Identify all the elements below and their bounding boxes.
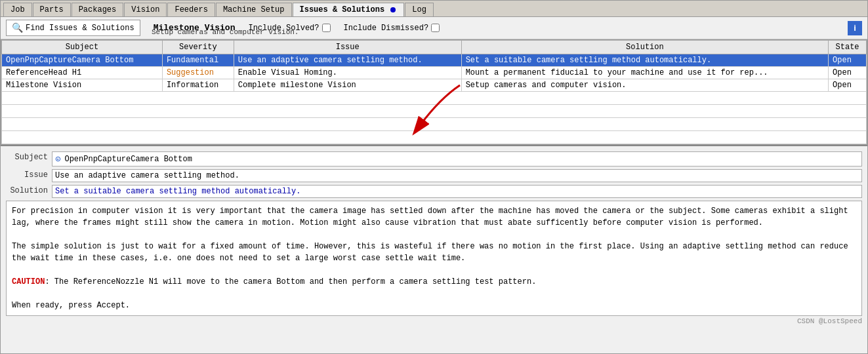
issues-table: Subject Severity Issue Solution State Op…: [1, 40, 867, 144]
issue-field: Use an adaptive camera settling method.: [52, 169, 862, 182]
find-issues-button[interactable]: 🔍 Find Issues & Solutions: [6, 20, 140, 36]
solution-field: Set a suitable camera settling method au…: [52, 185, 862, 198]
desc-ready: When ready, press Accept.: [12, 300, 856, 311]
info-button[interactable]: i: [848, 21, 862, 35]
cell-severity: Suggestion: [162, 67, 234, 79]
tab-packages[interactable]: Packages: [72, 3, 124, 16]
tab-job[interactable]: Job: [3, 3, 32, 16]
table-row-empty: [2, 118, 867, 131]
subject-label: Subject: [6, 151, 52, 162]
cell-state: Open: [829, 54, 867, 67]
col-solution: Solution: [461, 41, 828, 54]
issues-table-wrapper: Subject Severity Issue Solution State Op…: [1, 39, 867, 145]
col-subject: Subject: [2, 41, 163, 54]
search-icon: 🔍: [12, 22, 23, 33]
cell-severity: Fundamental: [162, 54, 234, 67]
issues-table-section: Subject Severity Issue Solution State Op…: [1, 39, 867, 145]
tab-vision[interactable]: Vision: [124, 3, 167, 16]
tab-bar: Job Parts Packages Vision Feeders Machin…: [1, 1, 867, 17]
watermark: CSDN @LostSpeed: [1, 316, 867, 326]
table-row-empty: [2, 131, 867, 144]
issue-label: Issue: [6, 169, 52, 180]
tab-machine-setup[interactable]: Machine Setup: [216, 3, 292, 16]
table-row-empty: [2, 92, 867, 105]
tab-parts[interactable]: Parts: [33, 3, 71, 16]
cell-solution: Set a suitable camera settling method au…: [461, 54, 828, 67]
cell-issue: Use an adaptive camera settling method.: [234, 54, 461, 67]
cell-issue: Complete milestone Vision: [234, 79, 461, 92]
col-issue: Issue: [234, 41, 461, 54]
cell-state: Open: [829, 79, 867, 92]
detail-description: For precision in computer vision it is v…: [6, 201, 862, 316]
cell-solution: Mount a permanent fiducial to your machi…: [461, 67, 828, 79]
col-state: State: [829, 41, 867, 54]
table-row-empty: [2, 105, 867, 118]
table-row[interactable]: Milestone Vision Information Complete mi…: [2, 79, 867, 92]
camera-icon: ⊙: [55, 153, 60, 165]
cell-severity: Information: [162, 79, 234, 92]
milestone-description: Setup cameras and computer vision.: [152, 28, 299, 36]
include-solved-checkbox[interactable]: [322, 24, 331, 32]
desc-para2: The simple solution is just to wait for …: [12, 241, 856, 264]
table-row[interactable]: ReferenceHead H1 Suggestion Enable Visua…: [2, 67, 867, 79]
include-dismissed-checkbox[interactable]: [431, 24, 440, 32]
detail-subject-row: Subject ⊙ OpenPnpCaptureCamera Bottom: [1, 151, 867, 167]
solution-label: Solution: [6, 185, 52, 195]
toolbar: 🔍 Find Issues & Solutions Milestone Visi…: [1, 17, 867, 39]
cell-state: Open: [829, 67, 867, 79]
table-row[interactable]: OpenPnpCaptureCamera Bottom Fundamental …: [2, 54, 867, 67]
subject-field: ⊙ OpenPnpCaptureCamera Bottom: [52, 151, 862, 167]
detail-issue-row: Issue Use an adaptive camera settling me…: [1, 169, 867, 182]
cell-subject: ReferenceHead H1: [2, 67, 163, 79]
cell-issue: Enable Visual Homing.: [234, 67, 461, 79]
tab-dot-icon: [390, 7, 396, 12]
cell-subject: OpenPnpCaptureCamera Bottom: [2, 54, 163, 67]
detail-solution-row: Solution Set a suitable camera settling …: [1, 185, 867, 198]
include-dismissed-group: Include Dismissed?: [344, 24, 440, 33]
cell-subject: Milestone Vision: [2, 79, 163, 92]
desc-para1: For precision in computer vision it is v…: [12, 205, 856, 229]
tab-issues-solutions[interactable]: Issues & Solutions: [293, 3, 405, 16]
tab-log[interactable]: Log: [405, 3, 434, 16]
detail-section: Subject ⊙ OpenPnpCaptureCamera Bottom Is…: [1, 145, 867, 326]
caution-label: CAUTION: [12, 277, 45, 286]
col-severity: Severity: [162, 41, 234, 54]
cell-solution: Setup cameras and computer vision.: [461, 79, 828, 92]
desc-caution: CAUTION: The ReferenceNozzle N1 will mov…: [12, 276, 856, 288]
tab-feeders[interactable]: Feeders: [167, 3, 215, 16]
table-header-row: Subject Severity Issue Solution State: [2, 41, 867, 54]
